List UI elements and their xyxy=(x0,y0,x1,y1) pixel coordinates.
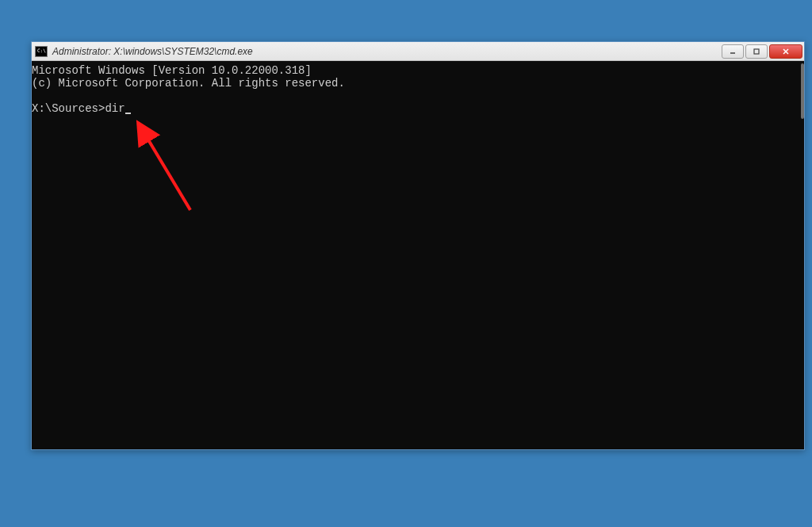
terminal-command: dir xyxy=(105,102,124,115)
titlebar[interactable]: C:\ Administrator: X:\windows\SYSTEM32\c… xyxy=(32,42,804,61)
cmd-icon-text: C:\ xyxy=(37,48,46,53)
window-controls xyxy=(722,44,802,59)
terminal-header-2: (c) Microsoft Corporation. All rights re… xyxy=(32,77,345,90)
close-icon xyxy=(782,48,790,55)
vertical-scrollbar[interactable] xyxy=(801,63,804,119)
terminal-area[interactable]: Microsoft Windows [Version 10.0.22000.31… xyxy=(32,61,804,449)
terminal-header-1: Microsoft Windows [Version 10.0.22000.31… xyxy=(32,64,312,77)
terminal-prompt-line: X:\Sources>dir xyxy=(32,102,131,115)
minimize-icon xyxy=(729,48,737,55)
minimize-button[interactable] xyxy=(722,44,744,59)
svg-rect-1 xyxy=(754,49,759,54)
cmd-window: C:\ Administrator: X:\windows\SYSTEM32\c… xyxy=(31,41,805,450)
maximize-icon xyxy=(753,48,760,55)
terminal-cursor xyxy=(125,113,131,114)
terminal-prompt: X:\Sources> xyxy=(32,102,105,115)
terminal-content: Microsoft Windows [Version 10.0.22000.31… xyxy=(32,64,804,115)
window-title: Administrator: X:\windows\SYSTEM32\cmd.e… xyxy=(52,46,722,57)
cmd-icon: C:\ xyxy=(35,46,48,57)
maximize-button[interactable] xyxy=(745,44,768,59)
close-button[interactable] xyxy=(769,44,802,59)
